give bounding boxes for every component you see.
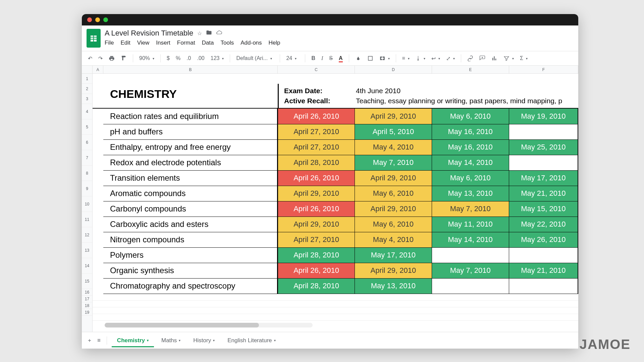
- sheet-tab-history[interactable]: History ▾: [188, 334, 220, 347]
- column-header[interactable]: B: [103, 66, 278, 73]
- row-header[interactable]: 4: [82, 104, 92, 119]
- date-cell[interactable]: May 6, 2010: [432, 170, 509, 186]
- menu-insert[interactable]: Insert: [156, 40, 170, 46]
- window-close-button[interactable]: [87, 17, 92, 22]
- currency-format-button[interactable]: $: [165, 54, 171, 63]
- window-maximize-button[interactable]: [103, 17, 108, 22]
- date-cell[interactable]: April 29, 2010: [278, 186, 355, 201]
- date-cell[interactable]: May 14, 2010: [432, 232, 509, 247]
- column-header[interactable]: E: [432, 66, 509, 73]
- date-cell[interactable]: May 16, 2010: [432, 139, 509, 155]
- date-cell[interactable]: April 26, 2010: [278, 109, 355, 124]
- row-header[interactable]: 12: [82, 227, 92, 243]
- zoom-select[interactable]: 90%: [138, 54, 156, 63]
- row-header[interactable]: 16: [82, 289, 92, 296]
- menu-help[interactable]: Help: [269, 40, 280, 46]
- date-cell[interactable]: May 4, 2010: [355, 139, 432, 155]
- row-header[interactable]: 18: [82, 302, 92, 309]
- date-cell[interactable]: [509, 278, 578, 294]
- topic-cell[interactable]: Chromatography and spectroscopy: [103, 278, 278, 294]
- date-cell[interactable]: April 27, 2010: [278, 139, 355, 155]
- vertical-align-button[interactable]: ⭳: [414, 54, 427, 63]
- increase-decimal-button[interactable]: .00: [196, 54, 206, 63]
- undo-button[interactable]: ↶: [87, 54, 94, 63]
- font-family-select[interactable]: Default (Ari...: [235, 54, 275, 63]
- date-cell[interactable]: May 7, 2010: [355, 155, 432, 170]
- date-cell[interactable]: May 22, 2010: [509, 217, 578, 232]
- date-cell[interactable]: April 29, 2010: [355, 263, 432, 278]
- date-cell[interactable]: April 29, 2010: [355, 170, 432, 186]
- row-header[interactable]: 10: [82, 196, 92, 212]
- percent-format-button[interactable]: %: [174, 54, 182, 63]
- topic-cell[interactable]: Enthalpy, entropy and free energy: [103, 139, 278, 155]
- row-header[interactable]: 13: [82, 243, 92, 258]
- date-cell[interactable]: April 28, 2010: [278, 247, 355, 263]
- row-header[interactable]: 3: [82, 94, 92, 104]
- date-cell[interactable]: May 21, 2010: [509, 263, 578, 278]
- grid-area[interactable]: CHEMISTRY Exam Date: 4th June 2010 Activ…: [93, 74, 578, 332]
- redo-button[interactable]: ↷: [97, 54, 104, 63]
- sheet-tab-maths[interactable]: Maths ▾: [156, 334, 186, 347]
- font-size-select[interactable]: 24: [285, 54, 300, 63]
- print-button[interactable]: [107, 54, 116, 63]
- column-header[interactable]: D: [355, 66, 432, 73]
- insert-comment-button[interactable]: [478, 54, 487, 63]
- row-header[interactable]: 14: [82, 258, 92, 274]
- column-header[interactable]: C: [278, 66, 355, 73]
- date-cell[interactable]: May 17, 2010: [355, 247, 432, 263]
- date-cell[interactable]: [509, 155, 578, 170]
- merge-cells-button[interactable]: [378, 54, 391, 63]
- row-header[interactable]: 2: [82, 84, 92, 94]
- insert-chart-button[interactable]: [490, 54, 499, 63]
- date-cell[interactable]: May 26, 2010: [509, 232, 578, 247]
- select-all-cell[interactable]: [82, 66, 93, 73]
- date-cell[interactable]: May 11, 2010: [432, 217, 509, 232]
- row-header[interactable]: 5: [82, 119, 92, 135]
- date-cell[interactable]: May 13, 2010: [432, 186, 509, 201]
- date-cell[interactable]: [509, 247, 578, 263]
- row-header[interactable]: 15: [82, 274, 92, 289]
- date-cell[interactable]: May 4, 2010: [355, 232, 432, 247]
- paint-format-button[interactable]: [119, 54, 128, 63]
- topic-cell[interactable]: Carboxylic acids and esters: [103, 217, 278, 232]
- horizontal-scrollbar[interactable]: [105, 323, 313, 327]
- sheet-tab-chemistry[interactable]: Chemistry ▾: [112, 334, 154, 347]
- fill-color-button[interactable]: [354, 54, 363, 63]
- date-cell[interactable]: April 29, 2010: [278, 217, 355, 232]
- row-header[interactable]: 19: [82, 309, 92, 316]
- date-cell[interactable]: May 19, 2010: [509, 109, 578, 124]
- all-sheets-button[interactable]: ≡: [96, 336, 102, 345]
- row-header[interactable]: 6: [82, 135, 92, 150]
- menu-view[interactable]: View: [137, 40, 150, 46]
- insert-link-button[interactable]: [466, 54, 475, 63]
- date-cell[interactable]: April 28, 2010: [278, 278, 355, 294]
- date-cell[interactable]: April 28, 2010: [278, 155, 355, 170]
- topic-cell[interactable]: Organic synthesis: [103, 263, 278, 278]
- horizontal-align-button[interactable]: ≡: [401, 54, 411, 63]
- topic-cell[interactable]: Polymers: [103, 247, 278, 263]
- star-icon[interactable]: ☆: [197, 30, 202, 37]
- number-format-select[interactable]: 123: [209, 54, 225, 63]
- functions-button[interactable]: Σ: [519, 54, 529, 63]
- date-cell[interactable]: May 7, 2010: [432, 263, 509, 278]
- text-color-button[interactable]: A: [337, 54, 344, 63]
- bold-button[interactable]: B: [310, 54, 317, 63]
- date-cell[interactable]: May 14, 2010: [432, 155, 509, 170]
- borders-button[interactable]: [366, 54, 375, 63]
- text-wrap-button[interactable]: ↩: [430, 54, 441, 63]
- date-cell[interactable]: May 6, 2010: [355, 186, 432, 201]
- italic-button[interactable]: I: [320, 54, 324, 63]
- row-header[interactable]: 11: [82, 212, 92, 227]
- sheets-logo-icon[interactable]: [87, 29, 101, 48]
- date-cell[interactable]: May 16, 2010: [432, 124, 509, 139]
- date-cell[interactable]: May 6, 2010: [355, 217, 432, 232]
- date-cell[interactable]: April 29, 2010: [355, 201, 432, 217]
- topic-cell[interactable]: pH and buffers: [103, 124, 278, 139]
- date-cell[interactable]: May 13, 2010: [355, 278, 432, 294]
- date-cell[interactable]: May 25, 2010: [509, 139, 578, 155]
- row-header[interactable]: 1: [82, 74, 92, 84]
- move-folder-icon[interactable]: [206, 29, 212, 37]
- row-header[interactable]: 9: [82, 181, 92, 196]
- date-cell[interactable]: [509, 124, 578, 139]
- column-header[interactable]: A: [93, 66, 103, 73]
